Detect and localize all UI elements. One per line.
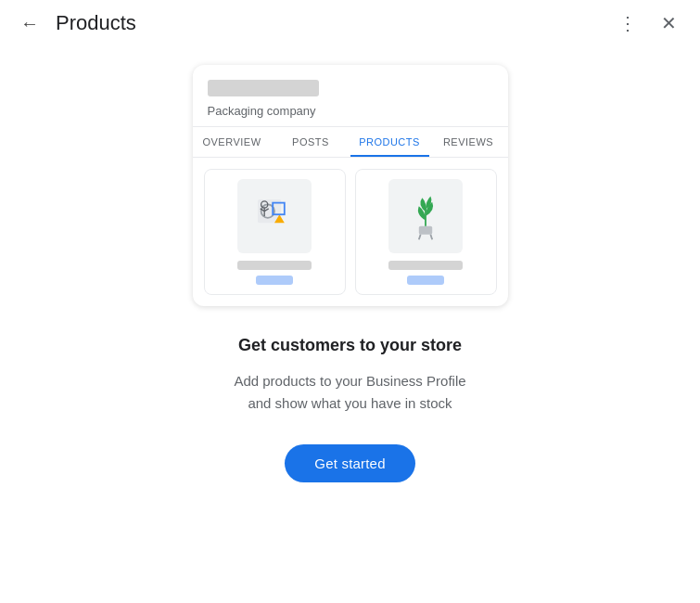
back-button[interactable]: ←	[15, 8, 45, 38]
product-title-bar-1	[237, 261, 312, 270]
business-name: Packaging company	[208, 104, 316, 118]
business-card: Packaging company OVERVIEW POSTS PRODUCT…	[193, 65, 508, 306]
svg-rect-8	[419, 226, 432, 235]
tab-reviews[interactable]: REVIEWS	[429, 127, 508, 157]
cta-description: Add products to your Business Profileand…	[234, 370, 465, 415]
get-started-button[interactable]: Get started	[285, 444, 414, 482]
cta-section: Get customers to your store Add products…	[197, 306, 503, 505]
product-title-bar-2	[388, 261, 463, 270]
svg-line-9	[419, 235, 421, 239]
svg-line-10	[430, 235, 432, 239]
product-image-1	[237, 179, 312, 253]
product-image-2	[388, 179, 463, 253]
page-title: Products	[56, 11, 136, 35]
business-logo-placeholder	[208, 80, 319, 96]
business-header: Packaging company	[193, 65, 508, 127]
main-content: Packaging company OVERVIEW POSTS PRODUCT…	[0, 46, 700, 505]
header: ← Products ⋮ ✕	[0, 0, 700, 46]
header-right: ⋮ ✕	[611, 6, 685, 40]
cta-title: Get customers to your store	[238, 336, 462, 355]
tab-overview[interactable]: OVERVIEW	[193, 127, 272, 157]
header-left: ← Products	[15, 8, 136, 38]
product-action-bar-2	[407, 276, 444, 285]
more-options-button[interactable]: ⋮	[611, 6, 644, 40]
tab-posts[interactable]: POSTS	[272, 127, 350, 157]
product-card-2[interactable]	[355, 169, 497, 295]
close-button[interactable]: ✕	[652, 6, 685, 40]
tab-bar: OVERVIEW POSTS PRODUCTS REVIEWS	[193, 127, 508, 158]
products-grid	[193, 158, 508, 306]
product-action-bar-1	[256, 276, 293, 285]
tab-products[interactable]: PRODUCTS	[350, 127, 429, 157]
product-card-1[interactable]	[204, 169, 346, 295]
